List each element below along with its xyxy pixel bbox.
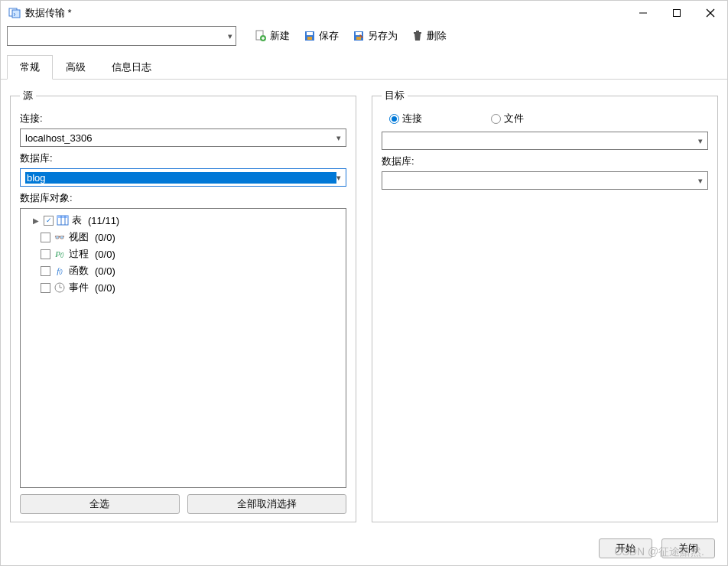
save-as-label: 另存为 (368, 29, 398, 43)
delete-button[interactable]: 删除 (407, 28, 451, 44)
tree-label: 事件 (69, 281, 89, 294)
selection-buttons: 全选 全部取消选择 (20, 494, 346, 514)
target-connection-combo[interactable]: ▾ (382, 132, 708, 150)
tree-item-events[interactable]: 事件 (0/0) (24, 279, 343, 296)
window: 数据传输 * ▾ 新建 保存 (0, 0, 728, 566)
target-legend: 目标 (382, 89, 408, 102)
checkbox[interactable]: ✓ (44, 216, 54, 226)
close-button[interactable] (704, 7, 717, 19)
tab-log[interactable]: 信息日志 (99, 55, 164, 80)
target-mode: 连接 文件 (382, 110, 708, 132)
tree-count: (0/0) (95, 249, 115, 260)
view-icon: 👓 (54, 231, 66, 243)
radio-icon (389, 114, 399, 124)
checkbox[interactable] (41, 249, 50, 259)
source-connection-label: 连接: (20, 112, 346, 125)
delete-label: 删除 (427, 29, 447, 43)
radio-connection[interactable]: 连接 (389, 112, 422, 125)
maximize-button[interactable] (671, 7, 683, 19)
checkbox[interactable] (41, 283, 50, 293)
source-objects-label: 数据库对象: (20, 191, 346, 205)
chevron-down-icon: ▾ (698, 136, 703, 146)
tree-count: (0/0) (95, 282, 115, 294)
toolbar: ▾ 新建 保存 另存为 删除 (1, 25, 727, 51)
window-title: 数据传输 * (25, 6, 637, 20)
tree-item-funcs[interactable]: f() 函数 (0/0) (24, 262, 343, 279)
save-as-icon (353, 30, 365, 42)
tree-label: 表 (72, 213, 82, 227)
save-as-button[interactable]: 另存为 (348, 28, 402, 44)
tab-general[interactable]: 常规 (7, 55, 53, 80)
new-label: 新建 (270, 29, 290, 43)
event-icon (54, 281, 66, 294)
svg-rect-19 (57, 216, 68, 218)
tree-label: 函数 (69, 264, 89, 278)
svg-rect-1 (12, 10, 20, 18)
content: 源 连接: localhost_3306 ▾ 数据库: blog ▾ 数据库对象… (1, 80, 727, 532)
save-label: 保存 (319, 29, 339, 43)
app-icon (8, 7, 21, 19)
tree-count: (11/11) (88, 215, 119, 226)
chevron-down-icon: ▾ (336, 133, 341, 143)
save-button[interactable]: 保存 (299, 28, 343, 44)
source-database-value: blog (25, 172, 336, 184)
target-database-combo[interactable]: ▾ (382, 171, 708, 190)
source-database-combo[interactable]: blog ▾ (20, 168, 346, 187)
checkbox[interactable] (41, 233, 50, 242)
save-icon (304, 30, 316, 42)
svg-rect-15 (356, 37, 361, 40)
window-controls (637, 7, 720, 19)
checkbox[interactable] (41, 266, 50, 276)
tree-item-tables[interactable]: ▶ ✓ 表 (11/11) (24, 212, 343, 229)
tree-item-views[interactable]: 👓 视图 (0/0) (24, 229, 343, 246)
tree-label: 视图 (69, 230, 89, 244)
expand-icon[interactable]: ▶ (31, 216, 41, 225)
new-icon (255, 30, 267, 42)
chevron-down-icon: ▾ (698, 176, 703, 186)
footer: 开始 关闭 CSDN @征途黯然. (1, 532, 727, 565)
svg-rect-17 (416, 31, 419, 32)
source-legend: 源 (20, 89, 36, 102)
source-database-label: 数据库: (20, 151, 346, 165)
svg-rect-14 (356, 32, 362, 35)
trash-icon (411, 30, 424, 42)
svg-rect-12 (307, 37, 312, 40)
radio-connection-label: 连接 (402, 112, 422, 125)
function-icon: f() (54, 265, 66, 277)
tree-count: (0/0) (95, 265, 115, 277)
start-button[interactable]: 开始 (599, 538, 652, 558)
radio-file-label: 文件 (504, 112, 524, 125)
radio-file[interactable]: 文件 (491, 112, 524, 125)
chevron-down-icon: ▾ (228, 31, 232, 41)
minimize-button[interactable] (637, 7, 649, 19)
svg-rect-3 (674, 10, 681, 17)
svg-rect-11 (307, 32, 313, 35)
titlebar: 数据传输 * (1, 1, 727, 25)
target-group: 目标 连接 文件 ▾ 数据库: ▾ (372, 89, 718, 522)
radio-icon (491, 114, 501, 124)
table-icon (57, 214, 69, 226)
object-tree[interactable]: ▶ ✓ 表 (11/11) 👓 视图 (0/0) P() (20, 208, 346, 488)
procedure-icon: P() (54, 248, 66, 260)
close-dialog-button[interactable]: 关闭 (661, 538, 715, 558)
tree-item-procs[interactable]: P() 过程 (0/0) (24, 246, 343, 262)
source-group: 源 连接: localhost_3306 ▾ 数据库: blog ▾ 数据库对象… (10, 89, 356, 522)
select-all-button[interactable]: 全选 (20, 494, 180, 514)
source-connection-combo[interactable]: localhost_3306 ▾ (20, 128, 346, 147)
target-database-label: 数据库: (382, 155, 708, 168)
deselect-all-button[interactable]: 全部取消选择 (187, 494, 347, 514)
tab-bar: 常规 高级 信息日志 (1, 54, 727, 80)
tree-count: (0/0) (95, 232, 115, 243)
profile-combo[interactable]: ▾ (7, 26, 236, 46)
new-button[interactable]: 新建 (250, 28, 294, 44)
chevron-down-icon: ▾ (336, 173, 341, 183)
svg-rect-16 (414, 32, 421, 34)
tree-label: 过程 (69, 247, 89, 261)
tab-advanced[interactable]: 高级 (53, 55, 99, 80)
source-connection-value: localhost_3306 (25, 132, 336, 144)
